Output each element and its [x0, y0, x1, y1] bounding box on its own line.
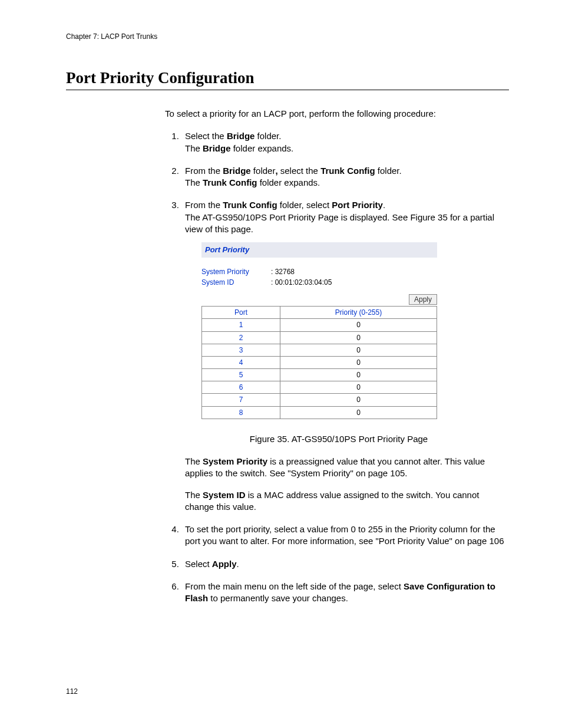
bold-system-id: System ID — [203, 490, 246, 500]
system-info: System Priority : 32768 System ID : 00:0… — [201, 267, 437, 287]
table-row: 20 — [202, 331, 437, 344]
port-priority-table: Port Priority (0-255) 10 20 30 40 50 60 … — [201, 306, 437, 419]
text: folder, select — [277, 200, 332, 210]
bold-bridge: Bridge — [227, 131, 255, 141]
step-5: Select Apply. — [181, 558, 509, 570]
port-cell: 6 — [202, 381, 280, 394]
text: To set the port priority, select a value… — [185, 524, 504, 546]
priority-cell[interactable]: 0 — [280, 356, 437, 368]
text: From the main menu on the left side of t… — [185, 581, 404, 591]
text: From the — [185, 166, 223, 176]
after-figure-para-2: The System ID is a MAC address value ass… — [185, 489, 509, 513]
text: to permanently save your changes. — [208, 593, 348, 603]
text: folder expands. — [231, 143, 294, 153]
bold-trunk-config: Trunk Config — [203, 177, 257, 187]
table-row: 60 — [202, 381, 437, 394]
table-row: 50 — [202, 369, 437, 381]
port-cell: 2 — [202, 331, 280, 344]
port-cell: 5 — [202, 369, 280, 381]
table-row: 70 — [202, 394, 437, 406]
intro-text: To select a priority for an LACP port, p… — [165, 108, 509, 120]
text: From the — [185, 200, 223, 210]
step-1: Select the Bridge folder. The Bridge fol… — [181, 130, 509, 154]
bold-system-priority: System Priority — [203, 456, 267, 466]
figure-screenshot: Port Priority System Priority : 32768 Sy… — [201, 242, 437, 419]
procedure-list: Select the Bridge folder. The Bridge fol… — [165, 130, 509, 604]
port-cell: 4 — [202, 356, 280, 368]
step-6: From the main menu on the left side of t… — [181, 581, 509, 605]
page-number: 112 — [66, 687, 78, 696]
table-row: 80 — [202, 406, 437, 419]
page-title: Port Priority Configuration — [66, 69, 509, 87]
title-rule — [66, 90, 509, 90]
port-cell: 7 — [202, 394, 280, 406]
text: The — [185, 143, 203, 153]
after-figure-para-1: The System Priority is a preassigned val… — [185, 456, 509, 480]
bold-apply: Apply — [212, 559, 237, 569]
system-priority-value: : 32768 — [271, 267, 295, 276]
col-port: Port — [202, 307, 280, 319]
text: folder expands. — [257, 177, 320, 187]
priority-cell[interactable]: 0 — [280, 331, 437, 344]
text: Select — [185, 559, 212, 569]
panel-title: Port Priority — [201, 242, 437, 258]
text: . — [237, 559, 239, 569]
port-cell: 8 — [202, 406, 280, 419]
col-priority: Priority (0-255) — [280, 307, 437, 319]
chapter-header: Chapter 7: LACP Port Trunks — [66, 32, 509, 41]
priority-cell[interactable]: 0 — [280, 381, 437, 394]
system-priority-label: System Priority — [201, 267, 271, 276]
step-3: From the Trunk Config folder, select Por… — [181, 199, 509, 513]
priority-cell[interactable]: 0 — [280, 406, 437, 419]
text: The — [185, 177, 203, 187]
system-id-value: : 00:01:02:03:04:05 — [271, 278, 332, 287]
step-2: From the Bridge folder, select the Trunk… — [181, 165, 509, 189]
priority-cell[interactable]: 0 — [280, 344, 437, 356]
text: . — [383, 200, 385, 210]
bold-trunk-config: Trunk Config — [320, 166, 375, 176]
step-4: To set the port priority, select a value… — [181, 523, 509, 548]
table-row: 10 — [202, 319, 437, 331]
port-cell: 1 — [202, 319, 280, 331]
text: The — [185, 490, 203, 500]
table-header-row: Port Priority (0-255) — [202, 307, 437, 319]
port-cell: 3 — [202, 344, 280, 356]
priority-cell[interactable]: 0 — [280, 319, 437, 331]
priority-cell[interactable]: 0 — [280, 394, 437, 406]
figure-caption: Figure 35. AT-GS950/10PS Port Priority P… — [168, 433, 509, 445]
bold-trunk-config: Trunk Config — [223, 200, 277, 210]
text: The — [185, 456, 203, 466]
table-row: 40 — [202, 356, 437, 368]
apply-button[interactable]: Apply — [409, 294, 437, 305]
bold-bridge: Bridge — [223, 166, 251, 176]
text: folder — [251, 166, 276, 176]
bold-port-priority: Port Priority — [332, 200, 383, 210]
text: The AT-GS950/10PS Port Priority Page is … — [185, 212, 494, 234]
table-row: 30 — [202, 344, 437, 356]
text: folder. — [375, 166, 402, 176]
priority-cell[interactable]: 0 — [280, 369, 437, 381]
text: Select the — [185, 131, 227, 141]
text: select the — [278, 166, 321, 176]
text: folder. — [254, 131, 281, 141]
system-id-label: System ID — [201, 278, 271, 287]
bold-bridge: Bridge — [203, 143, 231, 153]
